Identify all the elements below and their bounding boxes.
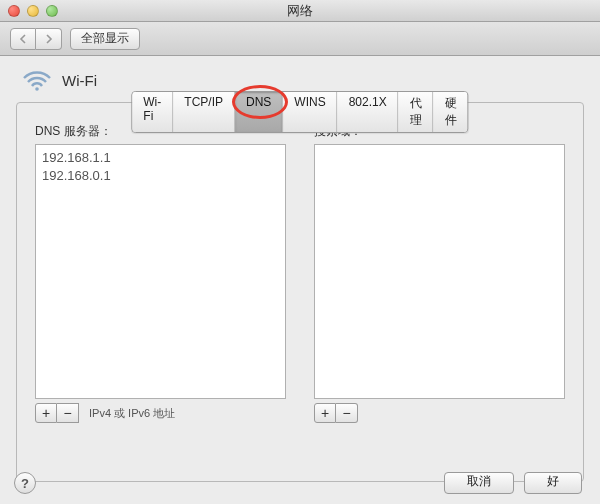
dns-hint: IPv4 或 IPv6 地址 <box>89 406 175 421</box>
tab-tcp-ip[interactable]: TCP/IP <box>173 92 235 132</box>
remove-search-domain-button[interactable]: − <box>336 403 358 423</box>
remove-dns-button[interactable]: − <box>57 403 79 423</box>
dns-list-footer: + − IPv4 或 IPv6 地址 <box>35 403 286 423</box>
dns-servers-list[interactable]: 192.168.1.1192.168.0.1 <box>35 144 286 399</box>
add-search-domain-button[interactable]: + <box>314 403 336 423</box>
forward-button[interactable] <box>36 28 62 50</box>
dialog-bottom-row: ? 取消 好 <box>14 472 582 494</box>
connection-header: Wi-Fi <box>22 68 584 92</box>
tab--[interactable]: 硬件 <box>434 92 468 132</box>
show-all-button[interactable]: 全部显示 <box>70 28 140 50</box>
connection-name: Wi-Fi <box>62 72 97 89</box>
back-button[interactable] <box>10 28 36 50</box>
dns-server-item[interactable]: 192.168.0.1 <box>42 167 279 185</box>
svg-point-0 <box>35 87 39 91</box>
wifi-icon <box>22 68 52 92</box>
add-dns-button[interactable]: + <box>35 403 57 423</box>
search-domains-column: 搜索域： + − <box>314 123 565 423</box>
content-area: Wi-Fi Wi-FiTCP/IPDNSWINS802.1X代理硬件 DNS 服… <box>0 56 600 504</box>
search-domains-list[interactable] <box>314 144 565 399</box>
toolbar: 全部显示 <box>0 22 600 56</box>
tab-bar: Wi-FiTCP/IPDNSWINS802.1X代理硬件 <box>131 91 468 133</box>
tab-802-1x[interactable]: 802.1X <box>338 92 399 132</box>
tab--[interactable]: 代理 <box>399 92 434 132</box>
settings-panel: Wi-FiTCP/IPDNSWINS802.1X代理硬件 DNS 服务器： 19… <box>16 102 584 482</box>
cancel-button[interactable]: 取消 <box>444 472 514 494</box>
window-title: 网络 <box>0 2 600 20</box>
nav-buttons <box>10 28 62 50</box>
tab-wi-fi[interactable]: Wi-Fi <box>132 92 173 132</box>
search-domains-footer: + − <box>314 403 565 423</box>
help-button[interactable]: ? <box>14 472 36 494</box>
tab-wins[interactable]: WINS <box>283 92 337 132</box>
dns-server-item[interactable]: 192.168.1.1 <box>42 149 279 167</box>
window-titlebar: 网络 <box>0 0 600 22</box>
dns-servers-column: DNS 服务器： 192.168.1.1192.168.0.1 + − IPv4… <box>35 123 286 423</box>
ok-button[interactable]: 好 <box>524 472 582 494</box>
tab-dns[interactable]: DNS <box>235 92 283 132</box>
